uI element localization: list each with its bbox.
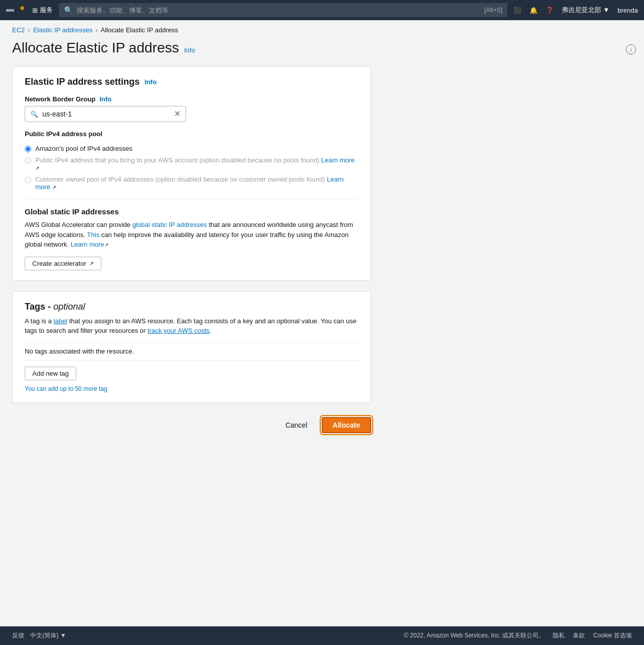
card-title-text: Elastic IP address settings xyxy=(25,77,140,87)
breadcrumb: EC2 › Elastic IP addresses › Allocate El… xyxy=(0,20,644,36)
cloudshell-icon[interactable]: ⬛ xyxy=(513,7,521,14)
nbg-search-icon: 🔍 xyxy=(30,110,38,118)
external-link-icon: ↗ xyxy=(89,260,94,267)
ipv4-pool-label-text: Public IPv4 address pool xyxy=(25,130,102,138)
services-label: 服务 xyxy=(40,6,53,15)
breadcrumb-ec2[interactable]: EC2 xyxy=(12,26,25,34)
action-row: Cancel Allocate xyxy=(12,413,371,437)
tags-description: A tag is a label that you assign to an A… xyxy=(25,316,359,336)
main-content: Elastic IP address settings Info Network… xyxy=(0,66,383,449)
nav-right: ⬛ 🔔 ❓ 弗吉尼亚北部 ▼ brenda xyxy=(513,6,638,15)
card-title: Elastic IP address settings Info xyxy=(25,77,359,87)
radio-customer-label-text: Customer owned pool of IPv4 addresses (o… xyxy=(35,175,327,183)
user-menu[interactable]: brenda xyxy=(618,7,638,14)
radio-customer-input[interactable] xyxy=(25,177,31,183)
top-navigation: aws ⊞ 服务 🔍 [Alt+S] ⬛ 🔔 ❓ 弗吉尼亚北部 ▼ brenda xyxy=(0,0,644,20)
global-ext-icon: ↗ xyxy=(104,242,108,248)
settings-info-link[interactable]: Info xyxy=(145,78,157,86)
global-search-bar[interactable]: 🔍 [Alt+S] xyxy=(59,3,507,17)
radio-byoip-label: Public IPv4 address that you bring to yo… xyxy=(35,156,359,171)
customer-external-icon: ↗ xyxy=(52,185,56,190)
elastic-ip-settings-card: Elastic IP address settings Info Network… xyxy=(12,66,371,281)
create-accelerator-label: Create accelerator xyxy=(32,260,86,267)
global-accelerator-link[interactable]: global static IP addresses xyxy=(132,221,207,228)
radio-amazon-input[interactable] xyxy=(25,146,31,152)
region-selector[interactable]: 弗吉尼亚北部 ▼ xyxy=(562,6,609,15)
page-title-row: Allocate Elastic IP address Info xyxy=(0,36,644,66)
search-icon: 🔍 xyxy=(64,6,73,14)
tags-card: Tags - optional A tag is a label that yo… xyxy=(12,291,371,403)
search-input[interactable] xyxy=(77,7,480,14)
search-shortcut: [Alt+S] xyxy=(484,7,502,14)
tags-limit-text: You can add up to 50 more tag xyxy=(25,385,107,392)
global-learn-more[interactable]: Learn more xyxy=(71,241,104,248)
nbg-label-text: Network Border Group xyxy=(25,95,95,103)
tags-optional: optional xyxy=(53,302,85,312)
breadcrumb-elastic-ip[interactable]: Elastic IP addresses xyxy=(33,26,93,34)
tags-title-text: Tags - xyxy=(25,302,51,312)
ipv4-pool-radio-group: Amazon's pool of IPv4 addresses Public I… xyxy=(25,145,359,191)
radio-amazon-label: Amazon's pool of IPv4 addresses xyxy=(35,145,133,152)
corner-info-icon[interactable]: i xyxy=(626,44,636,54)
no-tags-message: No tags associated with the resource. xyxy=(25,342,359,361)
services-menu-button[interactable]: ⊞ 服务 xyxy=(32,6,53,15)
ipv4-pool-label: Public IPv4 address pool xyxy=(25,130,359,138)
tags-label-link[interactable]: label xyxy=(53,317,67,325)
tags-track-link[interactable]: track your AWS costs xyxy=(148,327,210,334)
help-icon[interactable]: ❓ xyxy=(546,7,554,14)
allocate-button[interactable]: Allocate xyxy=(322,417,371,433)
radio-byoip: Public IPv4 address that you bring to yo… xyxy=(25,156,359,171)
notifications-icon[interactable]: 🔔 xyxy=(530,7,538,14)
add-tag-label: Add new tag xyxy=(32,370,69,377)
grid-icon: ⊞ xyxy=(32,7,38,14)
add-new-tag-button[interactable]: Add new tag xyxy=(25,367,76,380)
page-info-link[interactable]: Info xyxy=(184,46,195,54)
cancel-button[interactable]: Cancel xyxy=(279,418,314,432)
breadcrumb-sep-2: › xyxy=(95,26,97,34)
divider-1 xyxy=(25,199,359,199)
radio-customer-label: Customer owned pool of IPv4 addresses (o… xyxy=(35,175,359,191)
aws-logo: aws xyxy=(6,4,26,16)
tags-title-row: Tags - optional xyxy=(25,302,359,312)
network-border-group-input-wrapper[interactable]: 🔍 us-east-1 ✕ xyxy=(25,106,186,122)
breadcrumb-current: Allocate Elastic IP address xyxy=(101,26,179,34)
byoip-learn-more[interactable]: Learn more xyxy=(321,156,355,164)
byoip-external-icon: ↗ xyxy=(35,165,39,171)
page-title: Allocate Elastic IP address xyxy=(12,40,179,56)
network-border-group-input[interactable]: us-east-1 xyxy=(42,110,170,118)
radio-byoip-input[interactable] xyxy=(25,157,31,164)
radio-amazon: Amazon's pool of IPv4 addresses xyxy=(25,145,359,152)
breadcrumb-sep-1: › xyxy=(28,26,30,34)
nbg-info-link[interactable]: Info xyxy=(99,95,111,103)
nbg-clear-icon[interactable]: ✕ xyxy=(174,110,181,118)
tags-title: Tags - optional xyxy=(25,302,85,312)
create-accelerator-button[interactable]: Create accelerator ↗ xyxy=(25,257,101,270)
network-border-group-label: Network Border Group Info xyxy=(25,95,359,103)
global-static-desc: AWS Global Accelerator can provide globa… xyxy=(25,220,359,250)
global-static-title: Global static IP addresses xyxy=(25,207,359,216)
radio-byoip-label-text: Public IPv4 address that you bring to yo… xyxy=(35,156,321,164)
svg-text:aws: aws xyxy=(6,8,15,13)
radio-customer: Customer owned pool of IPv4 addresses (o… xyxy=(25,175,359,191)
